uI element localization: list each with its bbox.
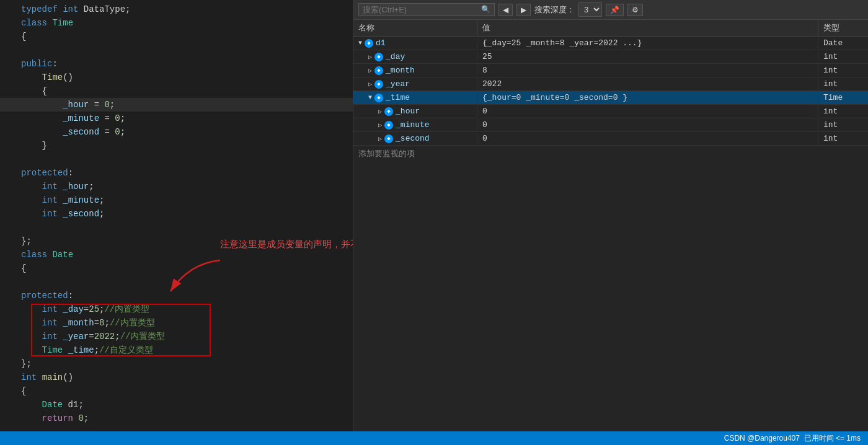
line-text: int _year=2022;//内置类型 <box>19 330 353 343</box>
watch-cell-name: ▷◆_second <box>353 133 477 144</box>
line-text <box>19 152 353 166</box>
watch-cell-type: int <box>818 64 868 76</box>
watch-row[interactable]: ▷◆_month8int <box>353 64 868 77</box>
watch-var-name: _day <box>386 52 405 61</box>
code-line: { <box>0 84 353 98</box>
search-input-container[interactable]: 🔍 <box>358 3 495 16</box>
watch-row[interactable]: ▼◆d1{_day=25 _month=8 _year=2022 ...}Dat… <box>353 37 868 50</box>
status-text: CSDN @Dangerou407 <box>724 434 800 443</box>
line-text: int _month=8;//内置类型 <box>19 316 353 330</box>
line-text: int main() <box>19 371 353 384</box>
watch-toolbar: 🔍 ◀ ▶ 搜索深度： 3 1 2 4 5 📌 ⚙ <box>353 0 868 20</box>
header-type: 类型 <box>818 20 868 36</box>
var-icon: ◆ <box>374 94 383 102</box>
status-bar: CSDN @Dangerou407 已用时间 <= 1ms <box>0 431 868 445</box>
watch-var-name: _year <box>386 79 410 89</box>
search-icon: 🔍 <box>481 5 490 14</box>
main-container: typedef int DataType;class Time{ public:… <box>0 0 868 431</box>
expand-icon[interactable]: ▷ <box>378 135 382 143</box>
watch-cell-type: int <box>818 78 868 90</box>
pin-button[interactable]: 📌 <box>606 4 624 16</box>
watch-var-name: _time <box>386 93 410 102</box>
line-text: _second = 0; <box>19 125 353 139</box>
line-text: Date d1; <box>19 398 353 412</box>
expand-icon[interactable]: ▷ <box>368 67 372 74</box>
line-text: Time _time;//自定义类型 <box>19 343 353 357</box>
watch-row[interactable]: ▷◆_day25int <box>353 50 868 64</box>
code-line: return 0; <box>0 412 353 425</box>
watch-var-name: _hour <box>396 107 420 116</box>
watch-cell-value: 0 <box>477 133 818 144</box>
watch-var-name: _second <box>396 134 430 143</box>
line-text <box>19 221 353 234</box>
nav-back-button[interactable]: ◀ <box>498 4 513 16</box>
line-text: int _hour; <box>19 180 353 193</box>
status-timing: 已用时间 <= 1ms <box>800 433 861 444</box>
code-line <box>0 43 353 57</box>
nav-forward-button[interactable]: ▶ <box>516 4 531 16</box>
watch-cell-value: 0 <box>477 119 818 131</box>
line-text: class Time <box>19 16 353 30</box>
watch-row[interactable]: ▷◆_second0int <box>353 132 868 146</box>
code-content: typedef int DataType;class Time{ public:… <box>0 0 353 428</box>
line-text: public: <box>19 57 353 71</box>
var-icon: ◆ <box>374 66 383 75</box>
watch-row[interactable]: ▷◆_hour0int <box>353 105 868 118</box>
watch-cell-value: 8 <box>477 64 818 76</box>
depth-label: 搜索深度： <box>534 4 575 15</box>
watch-cell-name: ▼◆d1 <box>353 37 477 49</box>
line-text: _minute = 0; <box>19 112 353 125</box>
var-icon: ◆ <box>384 121 393 130</box>
line-text: _hour = 0; <box>19 98 353 112</box>
line-text: Time() <box>19 71 353 84</box>
watch-cell-value: 25 <box>477 51 818 63</box>
annotation-container: 注意这里是成员变量的声明，并不是定义 <box>220 239 353 250</box>
expand-icon[interactable]: ▷ <box>378 108 382 115</box>
watch-row[interactable]: ▷◆_minute0int <box>353 118 868 132</box>
header-name: 名称 <box>353 20 477 36</box>
code-line: typedef int DataType; <box>0 2 353 16</box>
watch-cell-value: {_day=25 _month=8 _year=2022 ...} <box>477 37 818 49</box>
var-icon: ◆ <box>374 53 383 61</box>
watch-cell-value: 2022 <box>477 78 818 90</box>
code-line: { <box>0 30 353 43</box>
watch-rows-container: ▼◆d1{_day=25 _month=8 _year=2022 ...}Dat… <box>353 37 868 146</box>
watch-row[interactable]: ▼◆_time{_hour=0 _minute=0 _second=0 }Tim… <box>353 91 868 105</box>
watch-row[interactable]: ▷◆_year2022int <box>353 77 868 91</box>
watch-cell-name: ▷◆_month <box>353 64 477 76</box>
watch-var-name: _minute <box>396 120 430 130</box>
line-text: { <box>19 384 353 398</box>
line-text: }; <box>19 357 353 371</box>
search-input[interactable] <box>363 5 480 14</box>
line-text: int _day=25;//内置类型 <box>19 302 353 316</box>
expand-icon[interactable]: ▼ <box>368 94 372 101</box>
watch-var-name: _month <box>386 66 415 75</box>
settings-button[interactable]: ⚙ <box>627 4 643 16</box>
code-line: int _year=2022;//内置类型 <box>0 330 353 343</box>
code-line: protected: <box>0 166 353 180</box>
code-line <box>0 152 353 166</box>
code-line: int main() <box>0 371 353 384</box>
line-text <box>19 43 353 57</box>
line-text: { <box>19 30 353 43</box>
watch-cell-name: ▷◆_day <box>353 51 477 63</box>
code-line: } <box>0 139 353 152</box>
code-line: }; <box>0 357 353 371</box>
var-icon: ◆ <box>365 39 373 48</box>
add-watch-row[interactable]: 添加要监视的项 <box>353 146 868 162</box>
watch-cell-type: int <box>818 119 868 131</box>
expand-icon[interactable]: ▷ <box>368 81 372 88</box>
depth-select[interactable]: 3 1 2 4 5 <box>578 2 602 17</box>
code-line: int _hour; <box>0 180 353 193</box>
watch-cell-type: int <box>818 105 868 117</box>
line-text: } <box>19 139 353 152</box>
watch-cell-type: int <box>818 51 868 63</box>
annotation-arrow <box>140 257 226 301</box>
expand-icon[interactable]: ▷ <box>368 53 372 61</box>
code-line: public: <box>0 57 353 71</box>
code-line: int _day=25;//内置类型 <box>0 302 353 316</box>
code-line: Date d1; <box>0 398 353 412</box>
expand-icon[interactable]: ▼ <box>358 40 362 46</box>
watch-cell-type: int <box>818 133 868 144</box>
expand-icon[interactable]: ▷ <box>378 121 382 129</box>
